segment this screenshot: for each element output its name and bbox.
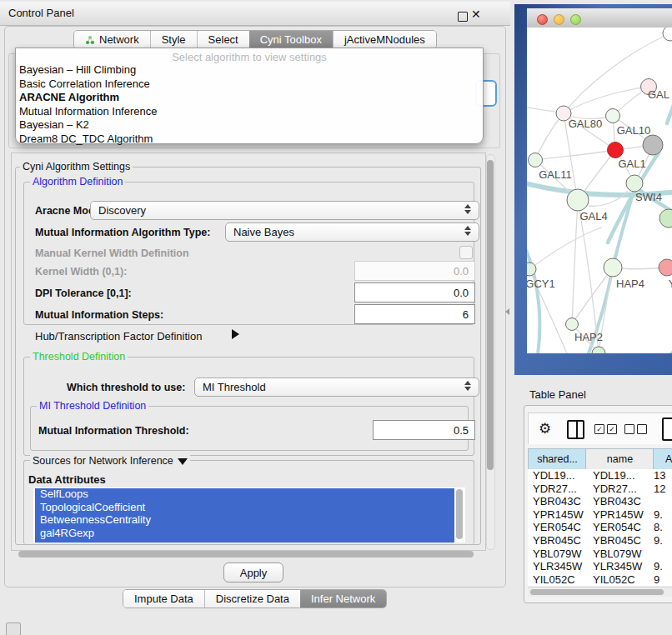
table-cell: YER054C <box>528 521 590 534</box>
column-header-partial[interactable]: A <box>653 448 672 470</box>
table-file-icon[interactable] <box>662 418 672 441</box>
attribute-item[interactable]: BetweennessCentrality <box>33 513 465 527</box>
tab-label: Select <box>208 33 238 46</box>
bottom-tab-impute-data[interactable]: Impute Data <box>123 590 204 608</box>
network-node-label: GAL80 <box>569 118 602 130</box>
table-cell: 9. <box>653 560 672 573</box>
data-attributes-list[interactable]: SelfLoopsTopologicalCoefficientBetweenne… <box>33 488 465 542</box>
aracne-mode-combo[interactable]: Discovery <box>90 201 479 220</box>
table-cell: YPR145W <box>590 508 653 522</box>
sources-collapse-arrow-icon[interactable] <box>178 458 188 465</box>
kernel-width-label: Kernel Width (0,1): <box>35 266 127 278</box>
network-node[interactable] <box>663 28 672 41</box>
zoom-traffic-light-icon[interactable] <box>570 14 581 25</box>
table-cell: 12 <box>653 482 672 496</box>
float-window-icon[interactable] <box>458 12 468 22</box>
network-node-y[interactable] <box>659 259 672 276</box>
table-row[interactable]: YER054CYER054C8. <box>528 521 672 534</box>
table-row[interactable]: YDR27...YDR27...12 <box>528 482 672 496</box>
attribute-item[interactable]: gal4RGexp <box>33 527 465 540</box>
settings-vertical-scrollbar-thumb[interactable] <box>487 160 494 470</box>
unchecked-checkbox-icon[interactable] <box>637 424 647 434</box>
network-node-gal11[interactable] <box>529 153 543 168</box>
sources-group-title[interactable]: Sources for Network Inference <box>30 455 190 467</box>
kernel-width-field[interactable]: 0.0 <box>354 261 475 281</box>
gear-icon[interactable]: ⚙ <box>539 420 551 438</box>
table-row[interactable]: YBR045CYBR045C9. <box>528 534 672 548</box>
close-icon[interactable]: ✕ <box>471 8 481 21</box>
network-node-hap2[interactable] <box>566 318 579 331</box>
attribute-item[interactable]: TopologicalCoefficient <box>33 501 465 514</box>
table-cell: YBL079W <box>590 548 653 561</box>
unchecked-checkbox-icon[interactable] <box>624 424 634 434</box>
algorithm-option[interactable]: Bayesian – K2 <box>16 118 483 132</box>
network-node-gcy1[interactable] <box>527 262 536 276</box>
tab-cyni-toolbox[interactable]: Cyni Toolbox <box>249 31 333 48</box>
network-node-hap4[interactable] <box>604 258 622 277</box>
column-view-icon[interactable] <box>567 420 584 439</box>
network-node[interactable] <box>659 209 672 228</box>
algorithm-option[interactable]: Mutual Information Inference <box>16 105 483 119</box>
table-cell: YDR27... <box>590 482 653 496</box>
table-row[interactable]: YBR043CYBR043C <box>528 495 672 508</box>
tab-select[interactable]: Select <box>197 31 249 48</box>
table-cell <box>653 548 672 561</box>
algorithm-option[interactable]: ARACNE Algorithm <box>16 91 483 105</box>
tab-jactivemnodules[interactable]: jActiveMNodules <box>333 31 436 48</box>
close-traffic-light-icon[interactable] <box>537 14 548 25</box>
network-node-swi4[interactable] <box>626 175 643 192</box>
algorithm-option[interactable]: Bayesian – Hill Climbing <box>16 63 483 78</box>
network-node-label: GAL4 <box>579 210 607 222</box>
mi-threshold-field[interactable]: 0.5 <box>373 420 475 440</box>
table-cell: YBR043C <box>590 495 653 508</box>
table-cell: 13 <box>653 469 672 482</box>
table-row[interactable]: YDL19...YDL19...13 <box>528 469 672 482</box>
aracne-mode-value: Discovery <box>98 204 146 217</box>
tab-label: Network <box>99 33 139 46</box>
hub-expand-arrow-icon[interactable] <box>232 329 239 339</box>
mi-type-combo[interactable]: Naive Bayes <box>225 222 479 242</box>
minimize-traffic-light-icon[interactable] <box>554 14 564 25</box>
settings-horizontal-scrollbar[interactable] <box>18 551 474 558</box>
column-header-name[interactable]: name <box>585 448 654 470</box>
mi-steps-field[interactable]: 6 <box>354 304 475 324</box>
minimized-panel-icon[interactable] <box>6 622 21 635</box>
mi-type-value: Naive Bayes <box>233 226 294 238</box>
table-horizontal-scrollbar[interactable] <box>528 587 672 597</box>
table-cell: YBR045C <box>528 534 590 548</box>
tab-style[interactable]: Style <box>150 31 197 48</box>
table-row[interactable]: YPR145WYPR145W9. <box>528 508 672 522</box>
dpi-tolerance-field[interactable]: 0.0 <box>354 282 475 302</box>
tab-label: Impute Data <box>134 592 193 605</box>
attributes-list-scrollbar[interactable] <box>456 489 463 539</box>
hub-definition-label[interactable]: Hub/Transcription Factor Definition <box>35 330 202 342</box>
tab-label: jActiveMNodules <box>344 33 425 46</box>
attribute-item[interactable]: SelfLoops <box>33 488 465 501</box>
manual-kernel-checkbox[interactable] <box>459 246 473 259</box>
table-rows[interactable]: YDL19...YDL19...13YDR27...YDR27...12YBR0… <box>528 469 672 586</box>
network-view[interactable]: GALGAL80GAL10GAL1GAL11SWI4GAL4GCY1HAP4YH… <box>527 28 672 353</box>
apply-button[interactable]: Apply <box>223 562 283 582</box>
table-row[interactable]: YBL079WYBL079W <box>528 548 672 561</box>
table-row[interactable]: YLR345WYLR345W9. <box>528 560 672 573</box>
network-window-titlebar[interactable] <box>527 8 672 28</box>
bottom-tab-infer-network[interactable]: Infer Network <box>300 590 386 608</box>
network-node-gal4[interactable] <box>567 189 589 211</box>
checked-checkbox-icon[interactable]: ✓ <box>594 424 604 434</box>
table-hscroll-thumb[interactable] <box>530 589 664 595</box>
network-node-gal1[interactable] <box>608 142 624 158</box>
panel-divider-arrow[interactable] <box>505 308 509 315</box>
algorithm-option[interactable]: Basic Correlation Inference <box>16 78 483 92</box>
table-row[interactable]: YIL052CYIL052C9 <box>528 573 672 586</box>
which-threshold-combo[interactable]: MI Threshold <box>194 378 479 397</box>
tab-label: Infer Network <box>311 592 375 605</box>
checked-checkbox-icon[interactable]: ✓ <box>607 424 617 434</box>
network-node-gal10[interactable] <box>606 109 620 123</box>
tab-network[interactable]: Network <box>74 31 150 48</box>
network-node-label: GCY1 <box>527 278 555 290</box>
network-node[interactable] <box>643 135 663 155</box>
bottom-tab-discretize-data[interactable]: Discretize Data <box>204 590 300 608</box>
network-tab-icon <box>85 35 95 45</box>
column-header-shared[interactable]: shared... <box>528 448 587 470</box>
algorithm-option[interactable]: Dream8 DC_TDC Algorithm <box>16 132 483 147</box>
